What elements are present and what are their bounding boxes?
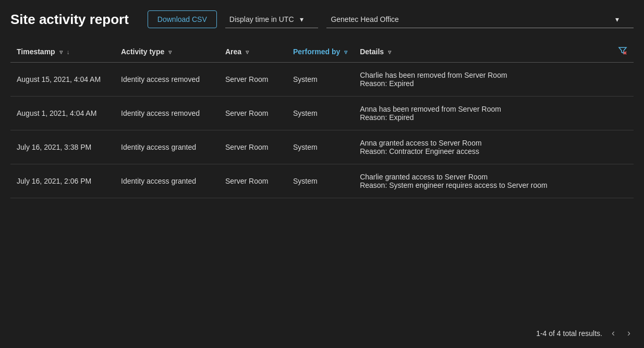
next-page-button[interactable]: › (624, 326, 634, 341)
cell-activity-3: Identity access granted (115, 130, 219, 164)
pagination-info: 1-4 of 4 total results. (536, 329, 602, 338)
timestamp-value-3: July 16, 2021, 3:38 PM (17, 143, 91, 151)
activity-type-filter-icon[interactable]: ▿ (168, 49, 172, 56)
performed-value-2: System (293, 109, 318, 117)
activity-value-1: Identity access removed (121, 75, 200, 83)
cell-activity-2: Identity access removed (115, 97, 219, 130)
area-value-1: Server Room (225, 75, 268, 83)
cell-activity-4: Identity access granted (115, 164, 219, 198)
site-dropdown-arrow-icon: ▾ (615, 15, 619, 23)
col-header-activity-type: Activity type ▿ (115, 41, 219, 63)
cell-performed-1: System (287, 63, 354, 97)
cell-timestamp-4: July 16, 2021, 2:06 PM (10, 164, 115, 198)
activity-table: Timestamp ▿ ↓ Activity type ▿ Area ▿ Per… (10, 41, 634, 198)
area-value-2: Server Room (225, 109, 268, 117)
timestamp-value-2: August 1, 2021, 4:04 AM (17, 109, 96, 117)
timestamp-filter-icon[interactable]: ▿ (59, 49, 63, 56)
performed-value-4: System (293, 177, 318, 185)
detail-line1-3: Anna granted access to Server Room (360, 139, 605, 147)
performed-by-label: Performed by (293, 47, 340, 56)
download-csv-button[interactable]: Download CSV (148, 10, 217, 28)
cell-timestamp-1: August 15, 2021, 4:04 AM (10, 63, 115, 97)
site-label: Genetec Head Office (331, 15, 398, 23)
footer: 1-4 of 4 total results. ‹ › (10, 318, 634, 343)
clear-all-filters-icon[interactable] (618, 46, 627, 55)
area-filter-icon[interactable]: ▿ (246, 49, 249, 56)
cell-details-2: Anna has been removed from Server Room R… (354, 97, 612, 130)
table-row: August 15, 2021, 4:04 AM Identity access… (10, 63, 634, 97)
area-label: Area (225, 47, 241, 56)
time-display-arrow-icon: ▾ (300, 15, 303, 23)
cell-details-1: Charlie has been removed from Server Roo… (354, 63, 612, 97)
page-title: Site activity report (10, 11, 129, 28)
timestamp-label: Timestamp (17, 47, 55, 56)
detail-line2-1: Reason: Expired (360, 79, 605, 88)
cell-performed-3: System (287, 130, 354, 164)
cell-area-3: Server Room (219, 130, 287, 164)
col-header-details: Details ▿ (354, 41, 612, 63)
cell-area-2: Server Room (219, 97, 287, 130)
cell-performed-4: System (287, 164, 354, 198)
details-label: Details (360, 47, 384, 56)
timestamp-sort-icon[interactable]: ↓ (66, 49, 69, 56)
detail-line1-1: Charlie has been removed from Server Roo… (360, 71, 605, 79)
table-row: August 1, 2021, 4:04 AM Identity access … (10, 97, 634, 130)
cell-timestamp-3: July 16, 2021, 3:38 PM (10, 130, 115, 164)
timestamp-value-1: August 15, 2021, 4:04 AM (17, 75, 101, 83)
col-header-timestamp: Timestamp ▿ ↓ (10, 41, 115, 63)
activity-type-label: Activity type (121, 47, 164, 56)
detail-line2-2: Reason: Expired (360, 113, 605, 122)
detail-line1-2: Anna has been removed from Server Room (360, 105, 605, 113)
cell-activity-1: Identity access removed (115, 63, 219, 97)
details-filter-icon[interactable]: ▿ (388, 49, 391, 56)
cell-performed-2: System (287, 97, 354, 130)
cell-details-3: Anna granted access to Server Room Reaso… (354, 130, 612, 164)
prev-page-button[interactable]: ‹ (609, 326, 618, 341)
activity-value-2: Identity access removed (121, 109, 200, 117)
table-container: Timestamp ▿ ↓ Activity type ▿ Area ▿ Per… (10, 41, 634, 318)
col-header-clear-filters (612, 41, 634, 63)
time-display-label: Display time in UTC (229, 15, 294, 23)
area-value-3: Server Room (225, 143, 268, 151)
detail-line1-4: Charlie granted access to Server Room (360, 173, 605, 181)
performed-value-1: System (293, 75, 318, 83)
cell-area-1: Server Room (219, 63, 287, 97)
time-display-dropdown[interactable]: Display time in UTC ▾ (225, 11, 319, 28)
area-value-4: Server Room (225, 177, 268, 185)
col-header-area: Area ▿ (219, 41, 287, 63)
detail-line2-3: Reason: Contractor Engineer access (360, 147, 605, 155)
site-dropdown[interactable]: Genetec Head Office ▾ (326, 11, 634, 28)
table-row: July 16, 2021, 2:06 PM Identity access g… (10, 164, 634, 198)
performed-by-filter-icon[interactable]: ▿ (344, 49, 347, 56)
cell-details-4: Charlie granted access to Server Room Re… (354, 164, 612, 198)
table-header-row: Timestamp ▿ ↓ Activity type ▿ Area ▿ Per… (10, 41, 634, 63)
detail-line2-4: Reason: System engineer requires access … (360, 181, 605, 189)
timestamp-value-4: July 16, 2021, 2:06 PM (17, 177, 91, 185)
table-body: August 15, 2021, 4:04 AM Identity access… (10, 63, 634, 198)
activity-value-3: Identity access granted (121, 143, 196, 151)
col-header-performed-by: Performed by ▿ (287, 41, 354, 63)
cell-timestamp-2: August 1, 2021, 4:04 AM (10, 97, 115, 130)
header: Site activity report Download CSV Displa… (10, 10, 634, 28)
page-container: Site activity report Download CSV Displa… (0, 0, 644, 348)
activity-value-4: Identity access granted (121, 177, 196, 185)
performed-value-3: System (293, 143, 318, 151)
table-row: July 16, 2021, 3:38 PM Identity access g… (10, 130, 634, 164)
cell-area-4: Server Room (219, 164, 287, 198)
